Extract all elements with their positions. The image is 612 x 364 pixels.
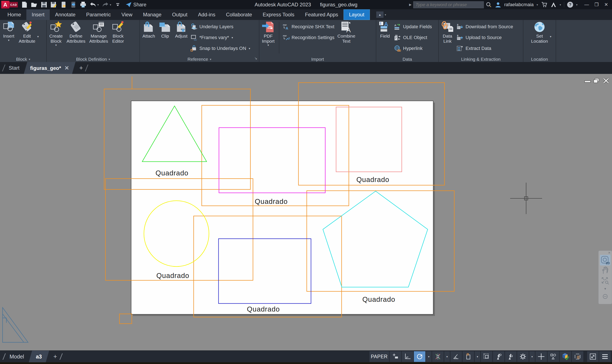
polar-caret-icon[interactable]: ▾	[426, 351, 432, 362]
close-tab-icon[interactable]: ✕	[64, 65, 69, 71]
settings-gear-icon[interactable]	[517, 351, 529, 362]
steering-wheel-2d-button[interactable]: 2D	[600, 255, 611, 265]
tab-parametric[interactable]: Parametric	[81, 9, 116, 20]
shape-label[interactable]: Quadrado	[156, 272, 190, 279]
orange-frame-small[interactable]	[120, 314, 132, 324]
tab-featured-apps[interactable]: Featured Apps	[300, 9, 343, 20]
ole-object-button[interactable]: OLE Object	[394, 32, 432, 43]
tab-home[interactable]: Home	[2, 9, 26, 20]
snap-mode-icon[interactable]	[390, 351, 401, 362]
panel-title-reference[interactable]: Reference▾	[140, 56, 259, 63]
panel-title-import[interactable]: Import	[259, 56, 376, 63]
gear-caret-icon[interactable]: ▾	[529, 351, 535, 362]
window-minimize-button[interactable]: —	[584, 2, 589, 7]
navbar-menu-icon[interactable]	[600, 291, 611, 301]
new-file-icon[interactable]	[21, 1, 28, 8]
tab-insert[interactable]: Insert	[26, 9, 50, 20]
graphics-performance-icon[interactable]	[560, 351, 571, 362]
open-folder-icon[interactable]	[31, 1, 37, 8]
set-location-button[interactable]: Set Location ▾	[530, 21, 549, 44]
tab-add-ins[interactable]: Add-ins	[193, 9, 221, 20]
snap-to-underlays-dropdown[interactable]: Snap to Underlays ON ▾	[190, 43, 250, 54]
paper-space-button[interactable]: PAPER	[369, 351, 389, 362]
layout-tab-a3[interactable]: a3	[29, 351, 49, 363]
save-icon[interactable]	[41, 1, 47, 8]
frames-dropdown[interactable]: (x) *Frames vary* ▾	[190, 32, 250, 43]
shape-label[interactable]: Quadrado	[362, 295, 395, 303]
pan-hand-button[interactable]	[600, 265, 611, 276]
navigation-bar[interactable]: ✕ 2D ▾	[598, 251, 612, 304]
print-icon[interactable]	[80, 1, 86, 8]
save-as-icon[interactable]	[51, 1, 57, 8]
shape-label[interactable]: Quadrado	[356, 176, 389, 183]
isolate-objects-icon[interactable]	[548, 351, 559, 362]
viewport-minimize-button[interactable]	[585, 81, 591, 82]
combine-text-button[interactable]: A Combine Text	[337, 21, 356, 44]
shape-label[interactable]: Quadrado	[247, 305, 280, 313]
tab-express-tools[interactable]: Express Tools	[258, 9, 300, 20]
block-editor-button[interactable]: Block Editor	[111, 21, 125, 44]
polar-tracking-icon[interactable]	[414, 351, 425, 362]
tab-collaborate[interactable]: Collaborate	[221, 9, 258, 20]
recognize-shx-text-button[interactable]: PDFA Recognize SHX Text	[283, 21, 335, 32]
apps-caret-icon[interactable]: ▾	[560, 3, 561, 6]
share-button[interactable]: Share	[126, 2, 146, 8]
dynamic-input-icon[interactable]	[450, 351, 462, 362]
panel-title-block[interactable]: Block▾	[0, 56, 46, 63]
viewport-restore-button[interactable]	[594, 78, 599, 83]
crosshair-toggle-icon[interactable]	[535, 351, 547, 362]
tab-annotate[interactable]: Annotate	[50, 9, 81, 20]
zoom-extents-button[interactable]	[600, 276, 611, 286]
username-label[interactable]: rafaelabcmaia	[504, 2, 533, 7]
search-box[interactable]	[413, 1, 484, 8]
adjust-button[interactable]: Adjust	[174, 21, 188, 39]
osnap-caret-icon[interactable]: ▾	[444, 351, 450, 362]
navbar-more-caret-icon[interactable]: ▾	[600, 286, 611, 291]
annotation-caret-icon[interactable]: ▾	[475, 351, 480, 362]
user-caret-icon[interactable]: ▾	[537, 3, 538, 6]
field-button[interactable]: A Field	[378, 21, 392, 39]
undo-caret-icon[interactable]: ▾	[97, 3, 99, 6]
annotation-monitor-icon[interactable]	[462, 351, 474, 362]
shape-label[interactable]: Quadrado	[156, 169, 189, 177]
ortho-mode-icon[interactable]	[402, 351, 413, 362]
edit-attribute-button[interactable]: Edit Attribute ▾	[18, 21, 36, 44]
dialog-launcher-icon[interactable]: ↘	[255, 56, 257, 60]
file-tab-start[interactable]: Start	[7, 65, 21, 71]
redo-icon[interactable]	[102, 1, 109, 8]
clip-button[interactable]: Clip	[158, 21, 172, 39]
create-block-button[interactable]: Create Block ▾	[48, 21, 64, 47]
panel-title-linking-extraction[interactable]: Linking & Extraction	[439, 56, 523, 63]
file-tab-active[interactable]: figuras_geo* ✕	[24, 62, 75, 74]
drawing-canvas[interactable]: Quadrado Quadrado Quadrado Quadrado Quad…	[0, 74, 612, 351]
data-link-button[interactable]: Data Link	[440, 21, 454, 44]
help-icon[interactable]: ?	[567, 2, 573, 8]
tab-view[interactable]: View	[116, 9, 138, 20]
undo-icon[interactable]	[90, 1, 96, 8]
user-avatar-icon[interactable]	[495, 1, 501, 8]
update-fields-button[interactable]: A Update Fields	[394, 21, 432, 32]
annotation-visibility-icon[interactable]	[493, 351, 504, 362]
shape-label[interactable]: Quadrado	[255, 197, 288, 205]
upload-to-source-button[interactable]: 8 Upload to Source	[457, 32, 513, 43]
selection-cycling-icon[interactable]	[481, 351, 492, 362]
download-from-source-button[interactable]: 8 Download from Source	[457, 21, 513, 32]
pdf-import-button[interactable]: PDF Import ▾	[261, 21, 275, 47]
window-restore-button[interactable]: ❐	[595, 2, 599, 7]
define-attributes-button[interactable]: Define Attributes	[66, 21, 86, 44]
cart-icon[interactable]	[541, 1, 547, 8]
ribbon-collapse-control[interactable]: ▲ ▾	[373, 9, 390, 20]
customization-menu-icon[interactable]	[599, 351, 611, 362]
plot-sheet-icon[interactable]	[60, 1, 67, 8]
panel-title-data[interactable]: Data	[376, 56, 438, 63]
navbar-close-icon[interactable]: ✕	[608, 251, 612, 254]
model-tab[interactable]: Model	[8, 354, 25, 360]
autocad-logo[interactable]: ACAD	[1, 1, 18, 9]
new-layout-button[interactable]: +	[53, 353, 57, 360]
extract-data-button[interactable]: Extract Data	[457, 43, 513, 54]
autodesk-apps-icon[interactable]	[550, 1, 557, 8]
new-drawing-tab-button[interactable]: +	[79, 64, 83, 72]
underlay-layers-button[interactable]: Underlay Layers	[190, 21, 250, 32]
hyperlink-button[interactable]: Hyperlink	[394, 43, 432, 54]
tab-layout[interactable]: Layout	[343, 9, 370, 20]
